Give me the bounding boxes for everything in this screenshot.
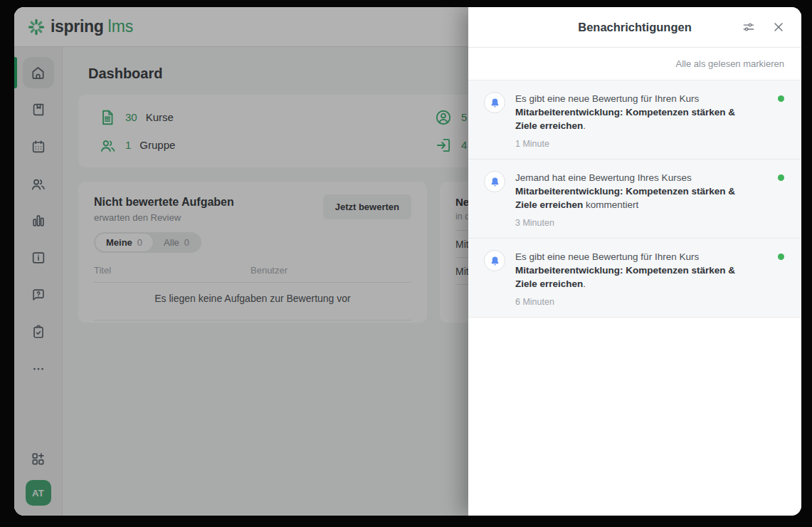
notification-text-after: . bbox=[583, 278, 586, 289]
panel-header: Benachrichtigungen bbox=[468, 7, 801, 48]
notification-body: Es gibt eine neue Bewertung für Ihren Ku… bbox=[515, 92, 752, 149]
notification-body: Es gibt eine neue Bewertung für Ihren Ku… bbox=[515, 250, 752, 307]
bell-icon bbox=[484, 250, 505, 271]
unread-indicator bbox=[778, 95, 784, 102]
panel-title: Benachrichtigungen bbox=[578, 21, 692, 34]
bell-icon bbox=[484, 171, 505, 192]
notification-settings-button[interactable] bbox=[742, 20, 756, 34]
notification-item[interactable]: Es gibt eine neue Bewertung für Ihren Ku… bbox=[468, 80, 801, 160]
filter-settings-icon bbox=[742, 20, 756, 34]
notification-course-name: Mitarbeiterentwicklung: Kompetenzen stär… bbox=[515, 265, 735, 289]
notifications-panel: Benachrichtigungen bbox=[468, 7, 801, 516]
notification-timestamp: 3 Minuten bbox=[515, 218, 752, 228]
close-icon bbox=[771, 20, 786, 34]
bell-icon bbox=[484, 92, 505, 113]
unread-indicator bbox=[778, 254, 784, 260]
close-panel-button[interactable] bbox=[771, 20, 786, 34]
notification-text: Jemand hat eine Bewertung Ihres Kurses bbox=[515, 172, 692, 183]
notification-item[interactable]: Es gibt eine neue Bewertung für Ihren Ku… bbox=[468, 239, 801, 318]
mark-all-read-button[interactable]: Alle als gelesen markieren bbox=[676, 58, 784, 69]
notification-text-after: . bbox=[583, 120, 586, 131]
notification-text: Es gibt eine neue Bewertung für Ihren Ku… bbox=[515, 251, 699, 262]
app-window: ispring lms bbox=[14, 7, 801, 516]
notification-text: Es gibt eine neue Bewertung für Ihren Ku… bbox=[515, 93, 699, 104]
unread-indicator bbox=[778, 174, 784, 181]
notification-course-name: Mitarbeiterentwicklung: Kompetenzen stär… bbox=[515, 107, 735, 131]
notification-body: Jemand hat eine Bewertung Ihres Kurses M… bbox=[515, 171, 752, 228]
panel-subheader: Alle als gelesen markieren bbox=[468, 48, 801, 80]
notification-timestamp: 1 Minute bbox=[515, 139, 752, 149]
notification-text-after: kommentiert bbox=[583, 199, 638, 210]
notification-item[interactable]: Jemand hat eine Bewertung Ihres Kurses M… bbox=[468, 160, 801, 239]
notification-timestamp: 6 Minuten bbox=[515, 297, 752, 307]
